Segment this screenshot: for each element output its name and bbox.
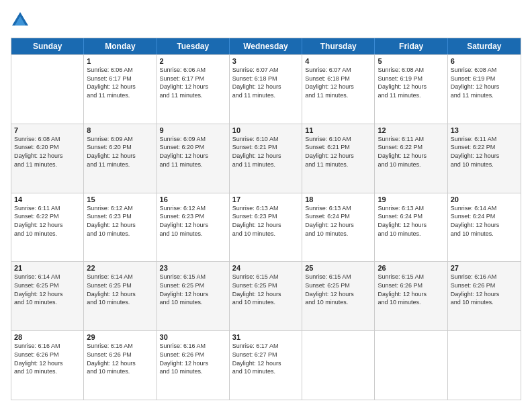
cell-info-line: and 10 minutes.: [160, 368, 226, 376]
cell-info-line: Sunrise: 6:06 AM: [160, 66, 226, 75]
cell-info-line: Daylight: 12 hours: [160, 83, 226, 91]
calendar-day-30: 30Sunrise: 6:16 AMSunset: 6:26 PMDayligh…: [157, 331, 230, 400]
cell-info-line: Daylight: 12 hours: [14, 360, 81, 368]
cell-info-line: Sunrise: 6:13 AM: [305, 205, 371, 213]
cell-info-line: Sunset: 6:26 PM: [14, 351, 81, 359]
cell-info-line: Daylight: 12 hours: [378, 152, 444, 161]
cell-info-line: Sunrise: 6:15 AM: [378, 273, 444, 281]
cell-info-line: Sunrise: 6:09 AM: [87, 136, 153, 144]
header-day-friday: Friday: [375, 38, 447, 54]
day-number: 21: [14, 264, 81, 272]
cell-info-line: Sunset: 6:20 PM: [14, 144, 81, 152]
cell-info-line: Sunset: 6:21 PM: [305, 144, 371, 152]
calendar-header: SundayMondayTuesdayWednesdayThursdayFrid…: [11, 38, 521, 54]
cell-info-line: Sunset: 6:23 PM: [160, 213, 226, 221]
cell-info-line: Sunrise: 6:13 AM: [378, 205, 444, 213]
cell-info-line: Sunrise: 6:07 AM: [305, 66, 371, 75]
cell-info-line: Daylight: 12 hours: [87, 222, 153, 230]
cell-info-line: Sunset: 6:26 PM: [451, 282, 518, 290]
calendar-day-12: 12Sunrise: 6:11 AMSunset: 6:22 PMDayligh…: [375, 124, 447, 193]
cell-info-line: and 10 minutes.: [14, 299, 81, 307]
cell-info-line: Sunrise: 6:08 AM: [14, 136, 81, 144]
calendar-day-9: 9Sunrise: 6:09 AMSunset: 6:20 PMDaylight…: [157, 124, 230, 193]
cell-info-line: Sunset: 6:17 PM: [87, 75, 153, 83]
cell-info-line: Daylight: 12 hours: [232, 222, 299, 230]
calendar-day-14: 14Sunrise: 6:11 AMSunset: 6:22 PMDayligh…: [11, 193, 84, 262]
cell-info-line: Daylight: 12 hours: [451, 291, 518, 299]
cell-info-line: Daylight: 12 hours: [305, 83, 371, 91]
cell-info-line: and 10 minutes.: [378, 299, 444, 307]
cell-info-line: and 11 minutes.: [160, 161, 226, 169]
day-number: 11: [305, 126, 371, 134]
day-number: 2: [160, 57, 226, 65]
cell-info-line: and 10 minutes.: [378, 230, 444, 238]
calendar-week-3: 14Sunrise: 6:11 AMSunset: 6:22 PMDayligh…: [11, 193, 521, 262]
day-number: 17: [232, 195, 299, 203]
cell-info-line: Daylight: 12 hours: [232, 83, 299, 91]
day-number: 13: [451, 126, 518, 134]
calendar-day-8: 8Sunrise: 6:09 AMSunset: 6:20 PMDaylight…: [84, 124, 157, 193]
calendar-day-26: 26Sunrise: 6:15 AMSunset: 6:26 PMDayligh…: [375, 262, 447, 330]
calendar-day-28: 28Sunrise: 6:16 AMSunset: 6:26 PMDayligh…: [11, 331, 84, 400]
cell-info-line: Daylight: 12 hours: [160, 152, 226, 161]
calendar-day-17: 17Sunrise: 6:13 AMSunset: 6:23 PMDayligh…: [230, 193, 302, 262]
cell-info-line: Sunset: 6:19 PM: [451, 75, 518, 83]
cell-info-line: Sunset: 6:26 PM: [160, 351, 226, 359]
cell-info-line: and 11 minutes.: [451, 92, 518, 100]
cell-info-line: Sunset: 6:22 PM: [451, 144, 518, 152]
calendar-day-27: 27Sunrise: 6:16 AMSunset: 6:26 PMDayligh…: [448, 262, 521, 330]
day-number: 12: [378, 126, 444, 134]
cell-info-line: Sunset: 6:25 PM: [305, 282, 371, 290]
cell-info-line: Daylight: 12 hours: [232, 291, 299, 299]
calendar-empty-cell: [375, 331, 447, 400]
day-number: 9: [160, 126, 226, 134]
cell-info-line: and 10 minutes.: [160, 230, 226, 238]
cell-info-line: Daylight: 12 hours: [305, 152, 371, 161]
cell-info-line: Sunrise: 6:15 AM: [305, 273, 371, 281]
cell-info-line: Daylight: 12 hours: [87, 360, 153, 368]
day-number: 1: [87, 57, 153, 65]
cell-info-line: and 10 minutes.: [232, 230, 299, 238]
cell-info-line: and 10 minutes.: [87, 299, 153, 307]
calendar-day-13: 13Sunrise: 6:11 AMSunset: 6:22 PMDayligh…: [448, 124, 521, 193]
day-number: 6: [451, 57, 518, 65]
day-number: 24: [232, 264, 299, 272]
header-day-monday: Monday: [84, 38, 157, 54]
cell-info-line: Sunrise: 6:14 AM: [87, 273, 153, 281]
cell-info-line: Sunrise: 6:16 AM: [87, 342, 153, 351]
calendar-day-23: 23Sunrise: 6:15 AMSunset: 6:25 PMDayligh…: [157, 262, 230, 330]
cell-info-line: Sunset: 6:25 PM: [160, 282, 226, 290]
cell-info-line: Daylight: 12 hours: [14, 152, 81, 161]
cell-info-line: Daylight: 12 hours: [14, 291, 81, 299]
day-number: 23: [160, 264, 226, 272]
calendar-day-29: 29Sunrise: 6:16 AMSunset: 6:26 PMDayligh…: [84, 331, 157, 400]
calendar-day-1: 1Sunrise: 6:06 AMSunset: 6:17 PMDaylight…: [84, 55, 157, 124]
cell-info-line: Sunrise: 6:15 AM: [160, 273, 226, 281]
cell-info-line: and 10 minutes.: [87, 368, 153, 376]
cell-info-line: and 11 minutes.: [378, 92, 444, 100]
cell-info-line: Sunrise: 6:12 AM: [160, 205, 226, 213]
cell-info-line: Sunrise: 6:17 AM: [232, 342, 299, 351]
cell-info-line: Sunrise: 6:10 AM: [232, 136, 299, 144]
calendar-day-20: 20Sunrise: 6:14 AMSunset: 6:24 PMDayligh…: [448, 193, 521, 262]
calendar-day-4: 4Sunrise: 6:07 AMSunset: 6:18 PMDaylight…: [302, 55, 375, 124]
cell-info-line: Sunrise: 6:11 AM: [378, 136, 444, 144]
cell-info-line: Sunrise: 6:08 AM: [378, 66, 444, 75]
cell-info-line: Sunrise: 6:07 AM: [232, 66, 299, 75]
cell-info-line: Daylight: 12 hours: [160, 360, 226, 368]
cell-info-line: and 10 minutes.: [305, 230, 371, 238]
day-number: 30: [160, 333, 226, 341]
day-number: 31: [232, 333, 299, 341]
cell-info-line: Sunset: 6:17 PM: [160, 75, 226, 83]
calendar-day-3: 3Sunrise: 6:07 AMSunset: 6:18 PMDaylight…: [230, 55, 302, 124]
day-number: 18: [305, 195, 371, 203]
cell-info-line: Sunrise: 6:16 AM: [14, 342, 81, 351]
day-number: 26: [378, 264, 444, 272]
cell-info-line: and 10 minutes.: [87, 230, 153, 238]
calendar-day-31: 31Sunrise: 6:17 AMSunset: 6:27 PMDayligh…: [230, 331, 302, 400]
calendar-day-25: 25Sunrise: 6:15 AMSunset: 6:25 PMDayligh…: [302, 262, 375, 330]
cell-info-line: Sunrise: 6:11 AM: [451, 136, 518, 144]
cell-info-line: Sunset: 6:20 PM: [160, 144, 226, 152]
cell-info-line: Sunrise: 6:14 AM: [14, 273, 81, 281]
calendar-day-7: 7Sunrise: 6:08 AMSunset: 6:20 PMDaylight…: [11, 124, 84, 193]
